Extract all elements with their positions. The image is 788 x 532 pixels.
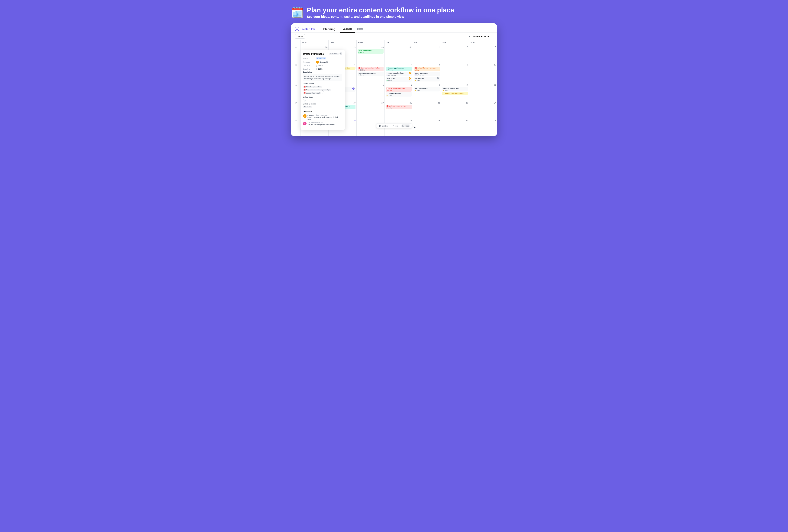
assignee-avatar: H	[316, 61, 319, 63]
day-cell-nov14[interactable]: 14 Solo travel day in Bali Scripting IG …	[385, 83, 413, 101]
day-cell-nov20[interactable]: 20	[357, 101, 385, 118]
week-num-46: 46	[291, 83, 300, 101]
day-cell-nov3[interactable]: 3	[469, 45, 497, 63]
calendar-icon	[316, 65, 317, 66]
yt-icon	[415, 67, 417, 68]
status-dot	[358, 75, 359, 76]
assignee-label: Assignee	[303, 61, 314, 63]
event-call-sponsor[interactable]: Call sponsor M To Do	[414, 77, 440, 81]
status-dot	[387, 95, 388, 96]
day-number: 13	[357, 84, 383, 86]
day-cell-nov2[interactable]: 2	[441, 45, 469, 63]
day-cell-nov24[interactable]: 24	[469, 101, 497, 118]
tab-calendar[interactable]: Calendar	[340, 26, 355, 33]
day-cell-nov8[interactable]: 8 Knife skills every home c... Editing C…	[413, 63, 441, 83]
event-status: Filming	[387, 69, 411, 71]
day-number: 15	[414, 84, 440, 86]
event-easy-pasta[interactable]: Easy pasta recipes for la... Publishing	[357, 66, 383, 71]
event-status: Done	[387, 80, 411, 81]
day-number: 1	[414, 46, 440, 48]
day-cell-nov30[interactable]: 30	[441, 118, 469, 136]
avatar: H	[409, 72, 411, 74]
event-ig-schedule[interactable]: IG content schedule To Do	[386, 92, 412, 97]
comment-collapse-btn[interactable]: —	[340, 122, 342, 126]
day-cell-nov21[interactable]: 21 10 hidden gems in Paris Planning	[385, 101, 413, 118]
sponsor-item[interactable]: TripAdvisor	[303, 106, 312, 108]
event-title: Call sponsor M	[415, 77, 439, 79]
event-travel-apps[interactable]: ♪3 travel apps I use every... Filming	[386, 66, 412, 71]
day-cell-nov10[interactable]: 10	[469, 63, 497, 83]
avatar: J	[352, 87, 355, 90]
day-header-thu: Thu	[385, 40, 413, 45]
tab-board[interactable]: Board	[355, 26, 366, 33]
event-yt-feedback[interactable]: Youtube video feedback H In Progress	[386, 72, 412, 76]
subtitle: See your ideas, content, tasks, and dead…	[307, 15, 454, 19]
day-cell-dec1[interactable]: 1	[469, 118, 497, 136]
linked-item-0[interactable]: 10 hidden gems in Paris	[303, 86, 322, 88]
day-cell-nov13[interactable]: 13	[357, 83, 385, 101]
day-cell-nov29[interactable]: 29	[413, 118, 441, 136]
event-abandoned[interactable]: 📍 exploring an abandoned...	[442, 92, 468, 95]
day-header-mon: Mon	[300, 40, 329, 45]
month-nav: ‹ November 2024 ›	[468, 35, 493, 38]
day-number: 14	[386, 84, 412, 86]
status-badge[interactable]: In Progress	[316, 57, 326, 59]
deadline-value: 11 Nov	[316, 68, 323, 70]
event-label: Editing	[415, 69, 439, 71]
linked-item-2[interactable]: Solo travel day in Bali	[303, 92, 321, 94]
week-num-48: 48	[291, 118, 300, 136]
week-num-header-empty	[291, 40, 300, 45]
day-cell-nov9[interactable]: 9	[441, 63, 469, 83]
today-button[interactable]: Today	[295, 34, 305, 39]
main-title: Plan your entire content workflow in one…	[307, 6, 454, 14]
linked-sponsors-label: Linked sponsors	[303, 103, 342, 105]
event-hello-fresh[interactable]: Hello Fresh meeting Done	[357, 49, 383, 54]
event-knife-skills[interactable]: Knife skills every home c... Editing	[414, 66, 440, 71]
day-number: 17	[470, 84, 496, 86]
remove-button[interactable]: Remove	[329, 53, 338, 55]
day-cell-nov7[interactable]: 7 ♪3 travel apps I use every... Filming	[385, 63, 413, 83]
event-solo-travel-bali[interactable]: Solo travel day in Bali Scripting	[386, 87, 412, 92]
add-linked-content-btn[interactable]: +	[322, 92, 324, 94]
content-btn[interactable]: Content	[378, 124, 389, 127]
event-status: In Progress	[415, 74, 439, 76]
day-number: 1	[470, 119, 496, 122]
next-month-arrow[interactable]: ›	[491, 35, 493, 38]
day-cell-oct30[interactable]: 30 Hello Fresh meeting Done	[357, 45, 385, 63]
day-cell-nov23[interactable]: 23	[441, 101, 469, 118]
assignee-value: H Herman M	[316, 61, 328, 63]
status-dot	[415, 90, 416, 91]
event-hang-out-team[interactable]: Hang out with the team To Do	[442, 87, 468, 92]
close-button[interactable]: ✕	[339, 52, 342, 55]
nav-tabs: Calendar Board	[340, 26, 366, 33]
idea-btn[interactable]: Idea	[391, 124, 399, 127]
day-cell-nov22[interactable]: 22	[413, 101, 441, 118]
prev-month-arrow[interactable]: ‹	[468, 35, 471, 38]
logo-area: CreatorFlow	[295, 27, 320, 32]
linked-item-1[interactable]: Easy pasta recipes for lazy weekdays	[303, 89, 331, 91]
event-create-thumbnails[interactable]: Create thumbnails In Progress	[414, 72, 440, 76]
day-number: 20	[357, 102, 383, 104]
day-cell-nov17[interactable]: 17	[469, 83, 497, 101]
header-text-block: Plan your entire content workflow in one…	[307, 6, 454, 19]
day-cell-nov16[interactable]: 16 Hang out with the team To Do 📍 ex	[441, 83, 469, 101]
event-10-hidden-gems[interactable]: 10 hidden gems in Paris Planning	[386, 105, 412, 109]
linked-ideas-section: Linked ideas +	[303, 96, 342, 101]
add-linked-idea-btn[interactable]: +	[303, 99, 306, 101]
event-get-camera[interactable]: Get a new camera To Do	[414, 87, 440, 92]
add-sponsor-btn[interactable]: +	[314, 106, 316, 108]
due-date-label: Due date	[303, 65, 314, 67]
task-icon	[402, 125, 404, 127]
day-cell-nov6[interactable]: 6 Easy pasta recipes for la... Publishin…	[357, 63, 385, 83]
day-cell-nov1[interactable]: 1	[413, 45, 441, 63]
event-title: ♪3 travel apps I use every...	[387, 67, 411, 69]
task-btn[interactable]: Task	[401, 124, 410, 127]
event-title: Hang out with the team	[443, 87, 467, 90]
status-dot	[387, 75, 388, 76]
day-cell-nov15[interactable]: 15 Get a new camera To Do	[413, 83, 441, 101]
day-number: 28	[301, 46, 328, 48]
event-read-emails[interactable]: Read emails H Done	[386, 77, 412, 82]
day-cell-oct31[interactable]: 31	[385, 45, 413, 63]
event-brainstorm[interactable]: Brainstorm video ideas... Done	[357, 72, 383, 76]
day-number: 27	[357, 119, 383, 122]
